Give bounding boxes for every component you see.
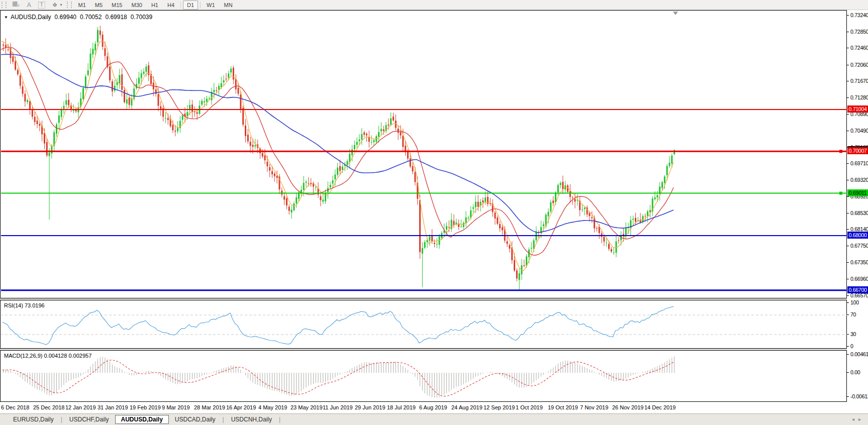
- tab-separator: |: [279, 416, 280, 423]
- axis-tick: [847, 48, 849, 48]
- price-tick-label: 0.70490: [850, 128, 868, 134]
- timeframe-button-m5[interactable]: M5: [91, 1, 107, 10]
- timeframe-button-group: M1M5M15M30H1H4D1W1MN: [74, 1, 237, 10]
- axis-tick: [847, 65, 849, 65]
- rsi-label: RSI(14) 73.0196: [4, 302, 45, 308]
- date-label: 12 Jan 2019: [65, 404, 96, 410]
- rsi-plot[interactable]: [1, 301, 847, 349]
- chart-tab-audusd-daily[interactable]: AUDUSD,Daily: [115, 415, 169, 424]
- timeframe-button-h4[interactable]: H4: [163, 1, 178, 10]
- chart-tabs: EURUSD,Daily|USDCHF,DailyAUDUSD,DailyUSD…: [7, 415, 281, 424]
- price-axis[interactable]: 0.732400.728500.724600.720600.716700.712…: [847, 10, 868, 402]
- date-label: 6 Dec 2018: [1, 404, 29, 410]
- date-label: 16 Apr 2019: [226, 404, 256, 410]
- macd-tick-label: 0.004616: [850, 351, 868, 357]
- chart-tab-usdcad-daily[interactable]: USDCAD,Daily: [169, 415, 222, 424]
- axis-tick: [847, 81, 849, 81]
- timeframe-button-w1[interactable]: W1: [203, 1, 219, 10]
- tab-separator: |: [61, 416, 62, 423]
- macd-indicator-pane[interactable]: MACD(12,26,9) 0.004128 0.002957: [0, 350, 847, 402]
- collapse-triangle-icon[interactable]: ▼: [4, 15, 8, 20]
- toolbar-drag-handle[interactable]: [2, 2, 7, 8]
- axis-tick: [847, 213, 849, 214]
- date-label: 9 Mar 2019: [162, 404, 190, 410]
- rsi-tick-label: 0: [850, 343, 853, 349]
- date-label: 12 Sep 2019: [484, 404, 515, 410]
- ohlc-low: 0.69918: [105, 14, 127, 21]
- price-tick-label: 0.71670: [850, 78, 868, 84]
- axis-tick: [847, 229, 849, 230]
- price-tick-label: 0.67750: [850, 243, 868, 249]
- time-axis[interactable]: 6 Dec 201825 Dec 201812 Jan 201931 Jan 2…: [0, 402, 847, 413]
- axis-tick: [847, 262, 849, 263]
- date-label: 1 Oct 2019: [516, 404, 543, 410]
- tab-scroll-arrows: ◂▸: [852, 416, 865, 422]
- ohlc-high: 0.70052: [80, 14, 102, 21]
- tab-scroll-left-icon[interactable]: ◂: [852, 416, 858, 422]
- price-tick-label: 0.72850: [850, 29, 868, 35]
- price-tick-label: 0.73240: [850, 12, 868, 18]
- timeframe-button-h1[interactable]: H1: [147, 1, 162, 10]
- price-badge-0.66700[interactable]: 0.66700: [847, 286, 868, 293]
- timeframe-button-m30[interactable]: M30: [128, 1, 146, 10]
- axis-tick: [847, 314, 849, 315]
- mt4-terminal: ▦F A T ❖ ▾ M1M5M15M30H1H4D1W1MN ▼AUDUSD,…: [0, 0, 868, 425]
- axis-tick: [847, 372, 849, 373]
- axis-tick: [847, 32, 849, 32]
- candlestick-chart[interactable]: [1, 11, 847, 298]
- price-tick-label: 0.69320: [850, 177, 868, 183]
- price-tick-label: 0.69710: [850, 160, 868, 166]
- chart-symbol-label: AUDUSD,Daily: [11, 14, 51, 21]
- timeframe-button-m1[interactable]: M1: [74, 1, 90, 10]
- price-tick-label: 0.66960: [850, 276, 868, 282]
- toolbar: ▦F A T ❖ ▾ M1M5M15M30H1H4D1W1MN: [0, 0, 868, 10]
- macd-plot[interactable]: [1, 351, 847, 402]
- chart-tab-usdchf-daily[interactable]: USDCHF,Daily: [63, 415, 115, 424]
- axis-tick: [847, 295, 849, 296]
- date-label: 19 Oct 2019: [548, 404, 578, 410]
- macd-tick-label: -0.006126: [850, 393, 868, 399]
- price-badge-0.71004[interactable]: 0.71004: [847, 105, 868, 113]
- chart-shift-marker-icon[interactable]: [673, 12, 678, 15]
- price-badge-0.69011[interactable]: 0.69011: [847, 189, 868, 196]
- macd-tick-label: 0.00: [850, 369, 860, 375]
- axis-tick: [847, 15, 849, 16]
- text-box-icon[interactable]: T: [38, 2, 45, 9]
- timeframe-button-m15[interactable]: M15: [108, 1, 126, 10]
- axis-tick: [847, 180, 849, 180]
- text-label-icon[interactable]: A: [27, 1, 31, 10]
- rsi-indicator-pane[interactable]: RSI(14) 73.0196: [0, 300, 847, 349]
- timeframe-button-d1[interactable]: D1: [183, 1, 198, 10]
- toolbar-separator: [180, 2, 181, 9]
- date-label: 18 Jul 2019: [387, 404, 416, 410]
- date-label: 19 Feb 2019: [130, 404, 161, 410]
- price-badge-0.68000[interactable]: 0.68000: [847, 232, 868, 239]
- ohlc-open: 0.69940: [55, 14, 76, 21]
- macd-label: MACD(12,26,9) 0.004128 0.002957: [4, 353, 91, 359]
- arrow-tools-icon[interactable]: ❖: [52, 1, 58, 10]
- timeframe-button-mn[interactable]: MN: [220, 1, 237, 10]
- date-label: 11 Jun 2019: [323, 404, 353, 410]
- ohlc-close: 0.70039: [131, 14, 152, 21]
- price-tick-label: 0.71280: [850, 94, 868, 100]
- date-label: 6 Aug 2019: [419, 404, 447, 410]
- arrow-tools-dropdown-icon[interactable]: ▾: [60, 3, 62, 7]
- toolbar-separator: [200, 2, 201, 9]
- axis-tick: [847, 279, 849, 279]
- price-tick-label: 0.67350: [850, 259, 868, 265]
- date-label: 28 Mar 2019: [194, 404, 225, 410]
- axis-tick: [847, 246, 849, 246]
- axis-tick: [847, 114, 849, 115]
- price-badge-0.70007[interactable]: 0.70007: [847, 147, 868, 154]
- indicator-grid-icon[interactable]: ▦F: [12, 0, 20, 11]
- date-label: 14 Dec 2019: [644, 404, 676, 410]
- axis-tick: [847, 163, 849, 164]
- tab-scroll-right-icon[interactable]: ▸: [858, 416, 865, 422]
- price-chart-pane[interactable]: ▼AUDUSD,Daily0.699400.700520.699180.7003…: [0, 10, 847, 298]
- date-label: 7 Nov 2019: [580, 404, 608, 410]
- axis-tick: [847, 346, 849, 347]
- axis-tick: [847, 334, 849, 335]
- chart-tab-usdcnh-daily[interactable]: USDCNH,Daily: [225, 415, 278, 424]
- timeframe-toolbar-drag-handle[interactable]: [67, 2, 72, 8]
- chart-tab-eurusd-daily[interactable]: EURUSD,Daily: [7, 415, 60, 424]
